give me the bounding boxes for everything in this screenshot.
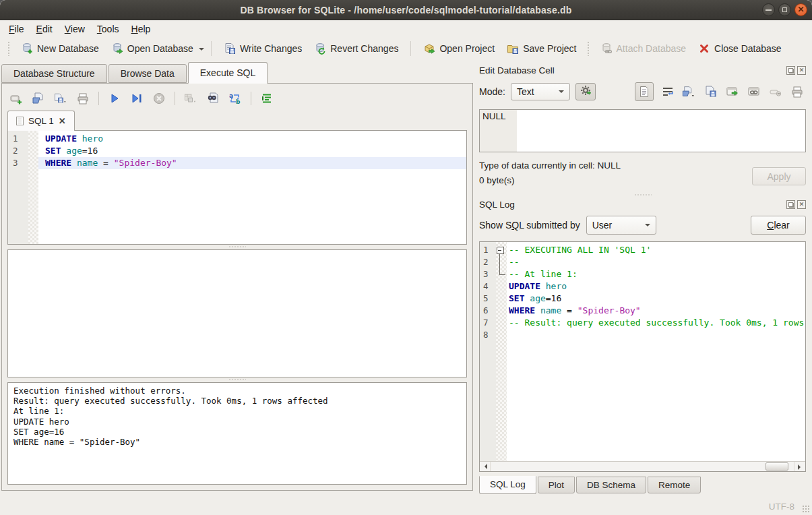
sql-log-float-button[interactable] <box>786 200 795 209</box>
right-panel: Edit Database Cell Mode: Text <box>474 60 812 497</box>
attach-database-button: Attach Database <box>595 39 692 58</box>
sql-document-icon <box>16 117 24 125</box>
code-text: SET age=16 <box>507 293 805 305</box>
write-changes-button[interactable]: Write Changes <box>218 39 307 58</box>
open-project-button[interactable]: Open Project <box>418 39 500 58</box>
find-icon[interactable] <box>206 91 220 106</box>
execute-all-icon[interactable] <box>107 91 122 106</box>
minimize-icon <box>766 9 772 11</box>
toolbar-grip[interactable] <box>587 41 590 56</box>
menu-edit[interactable]: Edit <box>30 22 59 36</box>
log-horizontal-scrollbar[interactable] <box>480 461 805 471</box>
titlebar[interactable]: DB Browser for SQLite - /home/user/code/… <box>0 0 812 20</box>
cell-value-editor[interactable]: NULL <box>479 109 806 152</box>
fold-marker-icon[interactable] <box>496 244 507 256</box>
dock-splitter[interactable] <box>479 192 806 198</box>
line-number: 3 <box>8 157 28 169</box>
print-sql-icon[interactable] <box>75 91 90 106</box>
find-replace-icon[interactable]: ab <box>228 91 243 106</box>
statusbar: UTF-8 <box>0 497 812 515</box>
export-data-icon[interactable] <box>704 84 718 99</box>
auto-format-icon[interactable] <box>259 91 274 106</box>
open-sql-file-icon[interactable] <box>31 91 46 106</box>
line-number: 2 <box>480 256 496 268</box>
sql-log-title: SQL Log <box>479 200 515 210</box>
submitted-by-select[interactable]: User <box>586 216 656 235</box>
edit-cell-close-button[interactable] <box>797 66 806 75</box>
show-sql-label: Show SQL submitted by <box>479 220 580 231</box>
execute-current-line-icon[interactable] <box>129 91 144 106</box>
line-number: 5 <box>480 293 496 305</box>
code-text: WHERE name = "Spider-Boy" <box>507 305 805 317</box>
dock-tab-plot[interactable]: Plot <box>538 477 575 493</box>
main-area: Database Structure Browse Data Execute S… <box>0 60 812 497</box>
code-text: -- At line 1: <box>507 268 805 280</box>
close-icon: ✕ <box>795 4 807 16</box>
toolbar-grip[interactable] <box>7 41 11 56</box>
dock-tab-db-schema[interactable]: DB Schema <box>576 477 646 493</box>
code-line: 3WHERE name = "Spider-Boy" <box>8 157 466 169</box>
open-database-button[interactable]: Open Database <box>106 39 199 58</box>
sql-log-view[interactable]: 1-- EXECUTING ALL IN 'SQL 1'2--3-- At li… <box>479 241 806 472</box>
dock-tab-remote[interactable]: Remote <box>648 477 701 493</box>
edit-cell-toolbar: Mode: Text <box>479 81 806 102</box>
scroll-left-arrow-icon[interactable] <box>480 462 491 471</box>
sql-log-close-button[interactable] <box>797 200 806 209</box>
minimize-button[interactable] <box>762 3 775 16</box>
text-mode-icon[interactable] <box>635 82 654 101</box>
mode-select[interactable]: Text <box>511 83 570 100</box>
results-pane[interactable] <box>7 249 467 377</box>
menu-view[interactable]: View <box>59 22 91 36</box>
dock-tab-sql-log[interactable]: SQL Log <box>479 476 536 494</box>
menu-tools[interactable]: Tools <box>91 22 125 36</box>
code-text: UPDATE hero <box>38 133 466 145</box>
open-external-icon[interactable] <box>725 84 740 99</box>
fold-margin <box>496 293 507 305</box>
save-project-button[interactable]: Save Project <box>501 39 582 58</box>
revert-changes-button[interactable]: Revert Changes <box>309 39 404 58</box>
menubar: File Edit View Tools Help <box>0 20 812 37</box>
toolbar-separator <box>410 41 411 56</box>
code-line: 8 <box>480 329 805 341</box>
close-button[interactable]: ✕ <box>794 3 807 16</box>
fold-marker-icon <box>496 256 507 268</box>
main-toolbar: New Database Open Database Write Changes… <box>0 37 812 60</box>
window-controls: ✕ <box>762 3 812 16</box>
fold-margin <box>496 317 507 329</box>
tab-browse-data[interactable]: Browse Data <box>108 64 187 83</box>
open-project-icon <box>423 42 435 55</box>
close-database-button[interactable]: Close Database <box>693 39 787 58</box>
code-line: 5SET age=16 <box>480 293 805 305</box>
scroll-right-arrow-icon[interactable] <box>794 462 805 471</box>
scrollbar-track[interactable] <box>491 462 794 471</box>
tab-execute-sql[interactable]: Execute SQL <box>188 62 268 84</box>
menu-help[interactable]: Help <box>125 22 157 36</box>
auto-switch-mode-button[interactable] <box>575 83 596 100</box>
import-data-icon[interactable] <box>682 84 697 99</box>
print-cell-icon[interactable] <box>790 84 805 99</box>
sql-toolbar: ab <box>7 89 467 108</box>
word-wrap-icon[interactable] <box>660 84 675 99</box>
apply-button: Apply <box>752 167 806 185</box>
open-database-dropdown-caret[interactable] <box>199 48 204 53</box>
line-number: 4 <box>480 280 496 293</box>
clear-log-button[interactable]: Clear <box>751 216 806 235</box>
sql-editor[interactable]: 1UPDATE hero2SET age=163WHERE name = "Sp… <box>7 130 467 245</box>
editor-results-splitter[interactable] <box>7 245 467 249</box>
sql-tab-sql1[interactable]: SQL 1 ✕ <box>7 111 75 131</box>
edit-cell-float-button[interactable] <box>786 66 795 75</box>
save-results-icon <box>183 91 198 106</box>
tab-database-structure[interactable]: Database Structure <box>1 64 107 83</box>
results-log-splitter[interactable] <box>7 377 467 382</box>
menu-file[interactable]: File <box>3 22 30 36</box>
new-database-button[interactable]: New Database <box>15 39 104 58</box>
sql-log-filter-row: Show SQL submitted by User Clear <box>479 214 806 237</box>
execution-message-log[interactable]: Execution finished without errors. Resul… <box>7 382 467 485</box>
save-sql-file-icon[interactable] <box>53 91 68 106</box>
maximize-button[interactable] <box>778 3 791 16</box>
scrollbar-thumb[interactable] <box>766 462 788 471</box>
new-sql-tab-icon[interactable] <box>9 91 24 106</box>
sql-tab-close-icon[interactable]: ✕ <box>59 117 66 125</box>
link-data-icon[interactable] <box>747 84 761 99</box>
close-database-icon <box>698 42 710 55</box>
